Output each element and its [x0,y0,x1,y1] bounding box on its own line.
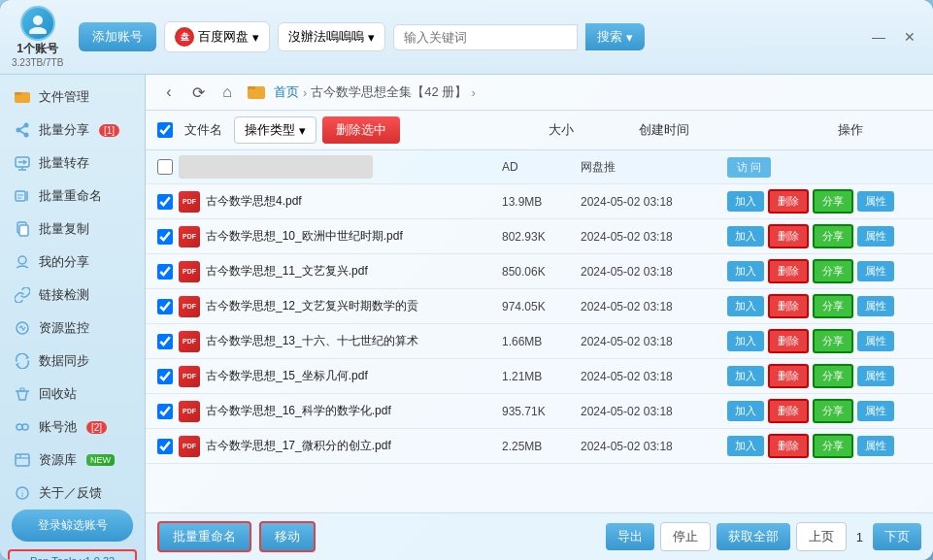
nav-folder-button[interactable] [245,81,268,104]
nav-back-button[interactable]: ‹ [157,81,181,104]
share-btn-6[interactable]: 分享 [813,399,853,423]
ad-visit-button[interactable]: 访 问 [727,157,771,178]
table-row: PDF 古今数学思想_17_微积分的创立.pdf 2.25MB 2024-05-… [146,429,933,464]
breadcrumb-current-folder: 古今数学思想全集【42 册】 [311,83,467,101]
row-checkbox-1[interactable] [157,229,173,245]
stop-button[interactable]: 停止 [660,522,711,551]
sidebar-item-recycle[interactable]: 回收站 [0,378,145,411]
del-btn-3[interactable]: 删除 [768,294,809,318]
pan-tools-label: Pan Tools v1.0.32 [8,549,137,560]
sidebar-label-account-pool: 账号池 [39,418,77,436]
del-btn-6[interactable]: 删除 [768,399,809,423]
share-btn-7[interactable]: 分享 [813,434,853,458]
resource-lib-new-badge: NEW [86,454,115,466]
close-button[interactable]: ✕ [898,25,921,49]
table-row: PDF 古今数学思想_12_文艺复兴时期数学的贡 974.05K 2024-05… [146,289,933,324]
del-btn-2[interactable]: 删除 [768,259,809,283]
next-page-button[interactable]: 下页 [873,523,921,550]
add-btn-2[interactable]: 加入 [727,261,764,281]
attr-btn-6[interactable]: 属性 [857,401,894,421]
ad-row-checkbox[interactable] [157,159,173,175]
del-btn-0[interactable]: 删除 [768,189,809,214]
add-btn-1[interactable]: 加入 [727,226,764,247]
bottom-bar: 批量重命名 移动 导出 停止 获取全部 上页 1 下页 [146,512,933,560]
select-all-checkbox[interactable] [157,122,173,138]
svg-point-23 [17,424,22,430]
row-checkbox-6[interactable] [157,404,173,419]
account-selector[interactable]: 沒辦法嗚嗚嗚 ▾ [278,22,385,51]
baidu-chevron-icon: ▾ [252,30,259,45]
row-checkbox-0[interactable] [157,194,173,210]
ad-banner [179,155,373,179]
export-button[interactable]: 导出 [606,523,654,550]
add-btn-3[interactable]: 加入 [727,296,764,316]
row-checkbox-2[interactable] [157,264,173,280]
table-row: PDF 古今数学思想_16_科学的数学化.pdf 935.71K 2024-05… [146,394,933,429]
search-chevron-icon: ▾ [626,30,633,45]
sidebar-item-data-sync[interactable]: 数据同步 [0,345,145,378]
del-btn-5[interactable]: 删除 [768,364,809,388]
op-type-selector[interactable]: 操作类型 ▾ [234,116,317,144]
share-btn-3[interactable]: 分享 [813,294,853,318]
share-btn-4[interactable]: 分享 [813,329,853,353]
file-ops-2: 加入 删除 分享 属性 [727,259,921,283]
attr-btn-3[interactable]: 属性 [857,296,894,316]
nav-forward-button[interactable]: ⟳ [186,81,210,104]
move-button[interactable]: 移动 [259,521,316,552]
attr-btn-1[interactable]: 属性 [857,226,894,247]
pdf-icon: PDF [179,331,200,352]
sidebar-label-resource-lib: 资源库 [39,451,77,469]
prev-page-button[interactable]: 上页 [796,522,847,551]
share-btn-0[interactable]: 分享 [813,189,853,214]
delete-selected-button[interactable]: 删除选中 [322,116,400,144]
login-button[interactable]: 登录鲸选账号 [12,510,133,542]
sidebar-item-link-check[interactable]: 链接检测 [0,279,145,312]
attr-btn-7[interactable]: 属性 [857,436,894,456]
fetch-all-button[interactable]: 获取全部 [716,523,790,550]
row-checkbox-5[interactable] [157,369,173,384]
sidebar-item-about[interactable]: i 关于／反馈 [0,477,145,510]
sidebar-item-account-pool[interactable]: 账号池 [2] [0,411,145,444]
minimize-button[interactable]: — [867,25,890,49]
sidebar-item-resource-lib[interactable]: 资源库 NEW [0,444,145,477]
share-btn-5[interactable]: 分享 [813,364,853,388]
search-input[interactable] [393,24,578,50]
add-btn-5[interactable]: 加入 [727,366,764,386]
sidebar-item-batch-transfer[interactable]: 批量转存 [0,147,145,180]
search-button[interactable]: 搜索 ▾ [585,23,645,50]
sidebar-item-resource-mon[interactable]: 资源监控 [0,312,145,345]
sidebar-item-batch-copy[interactable]: 批量复制 [0,213,145,246]
svg-rect-18 [19,225,28,236]
attr-btn-2[interactable]: 属性 [857,261,894,281]
del-btn-1[interactable]: 删除 [768,224,809,248]
sidebar-item-file-mgr[interactable]: 文件管理 [0,81,145,114]
del-btn-7[interactable]: 删除 [768,434,809,458]
batch-rename-button[interactable]: 批量重命名 [157,521,251,552]
file-size-4: 1.66MB [502,335,575,348]
nav-home-button[interactable]: ⌂ [216,81,239,104]
link-icon [14,286,31,304]
baidu-selector[interactable]: 盘 百度网盘 ▾ [164,21,270,52]
del-btn-4[interactable]: 删除 [768,329,809,353]
row-checkbox-7[interactable] [157,439,173,454]
add-btn-0[interactable]: 加入 [727,191,764,212]
row-checkbox-4[interactable] [157,334,173,349]
baidu-label: 百度网盘 [198,28,249,46]
share-btn-2[interactable]: 分享 [813,259,853,283]
breadcrumb-home[interactable]: 首页 [274,83,299,101]
sidebar-item-batch-rename[interactable]: 批量重命名 [0,180,145,213]
breadcrumb: 首页 › 古今数学思想全集【42 册】 › [274,83,476,101]
add-btn-6[interactable]: 加入 [727,401,764,421]
add-account-button[interactable]: 添加账号 [79,22,156,51]
sidebar-item-my-share[interactable]: 我的分享 [0,246,145,279]
attr-btn-5[interactable]: 属性 [857,366,894,386]
row-checkbox-3[interactable] [157,299,173,314]
attr-btn-4[interactable]: 属性 [857,331,894,351]
share-btn-1[interactable]: 分享 [813,224,853,248]
sidebar-item-batch-share[interactable]: 批量分享 [1] [0,114,145,147]
attr-btn-0[interactable]: 属性 [857,191,894,212]
sidebar-label-recycle: 回收站 [39,385,77,403]
breadcrumb-sep2: › [471,85,475,100]
add-btn-4[interactable]: 加入 [727,331,764,351]
add-btn-7[interactable]: 加入 [727,436,764,456]
